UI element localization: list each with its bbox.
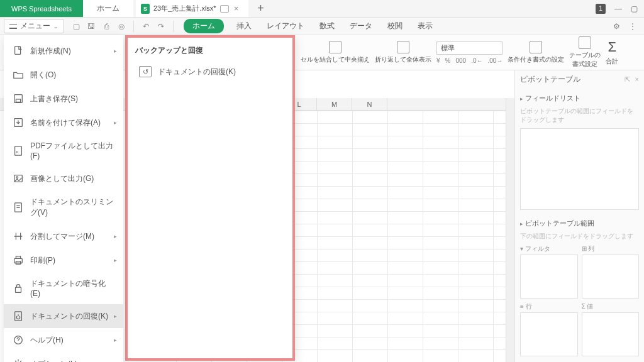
file-menu-label: 名前を付けて保存(A): [30, 118, 101, 128]
file-menu-export-pdf[interactable]: PPDFファイルとして出力(F): [4, 134, 123, 167]
filter-label: ▾ フィルタ: [520, 244, 578, 253]
file-menu-label: 上書き保存(S): [30, 94, 78, 104]
menu-label: メニュー: [20, 21, 50, 31]
preview-icon[interactable]: ◎: [117, 22, 126, 31]
svg-rect-9: [14, 258, 23, 263]
backup-recovery-submenu: バックアップと回復 ドキュメントの回復(K): [125, 35, 295, 361]
document-recovery-item[interactable]: ドキュメントの回復(K): [128, 61, 292, 82]
wrap-text-button[interactable]: 折り返して全体表示: [375, 41, 431, 64]
file-menu-print[interactable]: 印刷(P)▸: [4, 248, 123, 272]
merge-icon: [329, 41, 341, 53]
detach-icon[interactable]: ⇱: [625, 75, 630, 84]
range-placeholder: 下の範囲にフィールドをドラッグします: [520, 232, 639, 241]
row-drop[interactable]: [520, 312, 578, 356]
tab-document[interactable]: 23年_売上集計.xlsx* ×: [136, 0, 248, 17]
file-menu: 新規作成(N)▸開く(O)上書き保存(S)名前を付けて保存(A)▸PPDFファイ…: [4, 35, 123, 362]
file-menu-save-as[interactable]: 名前を付けて保存(A)▸: [4, 111, 123, 134]
number-format-select[interactable]: 標準: [436, 41, 502, 55]
val-drop[interactable]: [582, 312, 640, 356]
svg-rect-0: [15, 47, 21, 55]
currency-icon[interactable]: ¥: [436, 57, 440, 64]
save-icon[interactable]: 🖫: [87, 22, 96, 31]
col-drop[interactable]: [582, 255, 640, 299]
tab-review[interactable]: 校閲: [385, 19, 405, 33]
file-menu-encrypt[interactable]: ドキュメントの暗号化(E): [4, 272, 123, 304]
comma-icon[interactable]: 000: [455, 57, 466, 64]
new-icon[interactable]: ▢: [72, 22, 80, 31]
tab-view[interactable]: 表示: [415, 19, 435, 33]
file-menu-recover-document[interactable]: ドキュメントの回復(K)▸: [4, 304, 123, 328]
val-label: Σ 値: [582, 302, 640, 311]
conditional-format-button[interactable]: 条件付き書式の設定: [508, 41, 564, 64]
tab-home[interactable]: ホーム: [184, 19, 224, 33]
file-menu-label: 画像として出力(G): [30, 173, 94, 184]
field-list-title: フィールドリスト: [520, 94, 639, 103]
file-menu-export-image[interactable]: 画像として出力(G): [4, 167, 123, 190]
menu-button[interactable]: メニュー ⌄: [4, 19, 64, 33]
field-list-placeholder: ピボットテーブルの範囲にフィールドをドラッグします: [520, 107, 639, 124]
redo-icon[interactable]: ↷: [157, 22, 165, 31]
counter-badge[interactable]: 1: [596, 4, 606, 14]
decimal-dec-icon[interactable]: .00→: [488, 57, 503, 64]
separator: [133, 21, 134, 32]
wrap-icon: [397, 41, 409, 53]
percent-icon[interactable]: %: [445, 57, 451, 64]
submenu-arrow-icon: ▸: [114, 337, 117, 343]
number-format-buttons: ¥ % 000 .0← .00→: [436, 57, 502, 64]
window-controls: 1 — ▢: [589, 0, 644, 17]
close-pane-icon[interactable]: ×: [635, 75, 639, 84]
pivot-title: ピボットテーブル: [520, 74, 580, 85]
column-header[interactable]: M: [317, 98, 352, 110]
undo-icon[interactable]: ↶: [142, 22, 150, 31]
vertical-scrollbar[interactable]: [506, 98, 514, 362]
svg-point-7: [16, 177, 18, 178]
column-header[interactable]: N: [352, 98, 387, 110]
submenu-arrow-icon: ▸: [114, 257, 117, 263]
print-icon[interactable]: ⎙: [102, 22, 111, 31]
hamburger-icon: [9, 24, 17, 29]
settings-icon[interactable]: ⚙: [613, 22, 620, 31]
merge-center-button[interactable]: セルを結合して中央揃え: [301, 41, 370, 64]
file-menu-label: 分割してマージ(M): [30, 231, 94, 242]
svg-rect-1: [14, 95, 23, 103]
filter-drop[interactable]: [520, 255, 578, 299]
tab-data[interactable]: データ: [347, 19, 375, 33]
svg-rect-10: [16, 256, 20, 259]
file-menu-slim-document[interactable]: ドキュメントのスリミング(V): [4, 190, 123, 224]
file-menu-save[interactable]: 上書き保存(S): [4, 87, 123, 111]
document-name: 23年_売上集計.xlsx*: [153, 4, 216, 13]
file-menu-new[interactable]: 新規作成(N)▸: [4, 39, 123, 63]
file-menu-label: オプション(L): [30, 359, 77, 363]
tab-workspace-home[interactable]: ホーム: [83, 0, 133, 17]
tab-insert[interactable]: 挿入: [234, 19, 254, 33]
field-list-box[interactable]: [520, 128, 639, 210]
minimize-icon[interactable]: —: [614, 4, 622, 13]
tab-layout[interactable]: レイアウト: [264, 19, 307, 33]
more-icon[interactable]: ⋮: [629, 22, 636, 31]
table-format-icon: [579, 36, 591, 49]
file-menu-split-merge[interactable]: 分割してマージ(M)▸: [4, 224, 123, 248]
pivot-table-pane: ピボットテーブル ⇱ × フィールドリスト ピボットテーブルの範囲にフィールドを…: [514, 70, 644, 362]
close-tab-icon[interactable]: ×: [233, 4, 240, 13]
svg-rect-12: [16, 287, 21, 292]
file-menu-open[interactable]: 開く(O): [4, 63, 123, 87]
svg-rect-2: [16, 99, 20, 102]
file-menu-help[interactable]: ヘルプ(H)▸: [4, 328, 123, 352]
row-label: ≡ 行: [520, 302, 578, 311]
maximize-icon[interactable]: ▢: [631, 4, 638, 13]
title-bar: WPS Spreadsheets ホーム 23年_売上集計.xlsx* × + …: [0, 0, 644, 18]
file-menu-label: PDFファイルとして出力(F): [30, 141, 114, 160]
file-menu-label: 開く(O): [30, 70, 56, 80]
range-title: ピボットテーブル範囲: [520, 219, 639, 228]
file-menu-label: 印刷(P): [30, 255, 55, 266]
table-format-button[interactable]: テーブルの 書式設定: [569, 36, 601, 69]
new-tab-button[interactable]: +: [248, 0, 273, 17]
decimal-inc-icon[interactable]: .0←: [471, 57, 482, 64]
chat-icon[interactable]: [220, 5, 229, 13]
autosum-button[interactable]: Σ 合計: [606, 39, 618, 66]
tab-formula[interactable]: 数式: [317, 19, 337, 33]
svg-text:P: P: [16, 150, 18, 153]
quick-access-toolbar: ▢ 🖫 ⎙ ◎: [68, 22, 130, 31]
file-menu-options[interactable]: オプション(L): [4, 352, 123, 362]
app-name: WPS Spreadsheets: [0, 0, 83, 17]
